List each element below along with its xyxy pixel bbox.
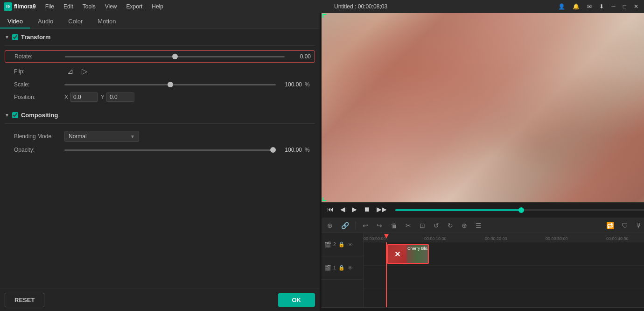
minimize-button[interactable]: ─ (609, 2, 617, 11)
scale-value[interactable]: 100.00 (279, 81, 302, 88)
position-y-input[interactable] (106, 92, 134, 102)
video-clip[interactable]: ✕ Cherry Blo... (387, 244, 429, 264)
flip-button[interactable]: ↻ (446, 221, 455, 230)
mic-button[interactable]: 🎙 (634, 221, 644, 230)
timeline-link-button[interactable]: 🔗 (339, 221, 351, 230)
ruler-mark-4: 00:00:40:00 (606, 236, 629, 241)
effects-button[interactable]: ⊕ (460, 221, 469, 230)
flip-horizontal-button[interactable]: ⊿ (64, 66, 76, 77)
scale-content: 100.00 % (64, 81, 311, 88)
play-button[interactable]: ▶ (350, 205, 359, 214)
transform-arrow[interactable]: ▼ (5, 35, 9, 40)
cut-button[interactable]: ✂ (404, 221, 413, 230)
settings-button[interactable]: ☰ (474, 221, 483, 230)
timeline-toolbar: ⊕ 🔗 ↩ ↪ 🗑 ✂ ⊡ ↺ ↻ ⊕ ☰ 🔁 🛡 🎙 ⊞ ⊟ (322, 218, 644, 233)
download-icon[interactable]: ⬇ (597, 2, 606, 11)
blending-mode-value: Normal (69, 133, 87, 140)
position-x-group: X (64, 92, 98, 102)
rotate-slider[interactable] (65, 56, 285, 57)
menu-file[interactable]: File (43, 2, 56, 11)
playhead[interactable] (386, 242, 387, 307)
opacity-unit: % (305, 147, 311, 153)
clip-label: Cherry Blo... (407, 246, 429, 251)
toolbar-separator-1 (356, 221, 356, 230)
transform-checkbox[interactable] (12, 34, 18, 40)
tab-motion[interactable]: Motion (90, 15, 123, 28)
ok-button[interactable]: OK (278, 293, 315, 307)
position-content: X Y (64, 92, 311, 102)
loop-button[interactable]: 🔁 (604, 221, 616, 230)
track-1-header: 🎬 1 🔒 👁 (322, 256, 363, 280)
transform-section: ▼ Transform Rotate: 0.00 Flip: (5, 34, 315, 104)
position-x-input[interactable] (70, 92, 98, 102)
crop-button[interactable]: ⊡ (418, 221, 427, 230)
frame-forward-button[interactable]: ▶▶ (375, 205, 389, 214)
timeline-tracks-header: 🎬 2 🔒 👁 🎬 1 🔒 👁 (322, 233, 364, 307)
close-button[interactable]: ✕ (632, 2, 640, 11)
track-2-visibility-button[interactable]: 👁 (347, 241, 353, 248)
blending-mode-row: Blending Mode: Normal ▼ (5, 128, 315, 144)
x-label: X (64, 94, 68, 100)
rotate-label: Rotate: (14, 53, 61, 60)
compositing-divider (5, 123, 315, 124)
scale-slider[interactable] (64, 84, 276, 85)
opacity-label: Opacity: (14, 147, 61, 153)
logo-icon: f9 (4, 2, 12, 11)
track-1-visibility-button[interactable]: 👁 (347, 265, 353, 271)
track-1-label: 1 (333, 265, 336, 270)
bell-icon[interactable]: 🔔 (571, 2, 581, 11)
playback-controls: ⏮ ◀ ▶ ⏹ ▶▶ 00:00:02:21 ⤢ 📷 🔊 (325, 205, 644, 216)
reset-button[interactable]: RESET (5, 293, 44, 307)
window-title: Untitled : 00:00:08;03 (334, 3, 387, 10)
flip-content: ⊿ ▷ (64, 66, 311, 77)
app-logo: f9 filmora9 (4, 2, 36, 11)
undo-button[interactable]: ↩ (361, 221, 370, 230)
ruler-mark-2: 00:00:20:00 (485, 236, 507, 241)
dropdown-arrow-icon: ▼ (130, 134, 135, 139)
preview-area (322, 13, 644, 202)
delete-button[interactable]: 🗑 (389, 221, 399, 230)
blending-mode-content: Normal ▼ (64, 131, 311, 142)
clip-delete-button[interactable]: ✕ (388, 245, 406, 263)
compositing-arrow[interactable]: ▼ (5, 113, 9, 118)
opacity-slider[interactable] (64, 149, 276, 151)
blending-mode-dropdown[interactable]: Normal ▼ (64, 131, 139, 142)
redo-button[interactable]: ↪ (375, 221, 384, 230)
rotate-value[interactable]: 0.00 (287, 53, 311, 60)
maximize-button[interactable]: □ (621, 2, 628, 11)
corner-marker-bl (322, 198, 326, 201)
button-row: RESET OK (0, 289, 320, 311)
tab-video[interactable]: Video (0, 15, 30, 28)
scale-unit: % (305, 81, 311, 88)
menu-help[interactable]: Help (150, 2, 165, 11)
rotate-button[interactable]: ↺ (432, 221, 441, 230)
app-name: filmora9 (14, 3, 36, 10)
y-label: Y (101, 94, 105, 100)
menu-edit[interactable]: Edit (62, 2, 75, 11)
right-panel: ⏮ ◀ ▶ ⏹ ▶▶ 00:00:02:21 ⤢ 📷 🔊 (322, 13, 644, 311)
skip-back-button[interactable]: ⏮ (325, 205, 336, 214)
timeline-tracks: ✕ Cherry Blo... (364, 242, 644, 307)
track-2-lock-button[interactable]: 🔒 (338, 241, 345, 248)
menu-tools[interactable]: Tools (81, 2, 98, 11)
shield-button[interactable]: 🛡 (620, 221, 630, 230)
progress-thumb[interactable] (518, 207, 524, 213)
compositing-label: Compositing (21, 112, 58, 119)
menu-export[interactable]: Export (125, 2, 145, 11)
frame-back-button[interactable]: ◀ (338, 205, 347, 214)
mail-icon[interactable]: ✉ (585, 2, 594, 11)
timeline-scrollbar[interactable] (322, 307, 644, 311)
tab-audio[interactable]: Audio (30, 15, 61, 28)
stop-button[interactable]: ⏹ (362, 205, 372, 214)
rotate-content: 0.00 (65, 53, 311, 60)
progress-track[interactable] (395, 209, 644, 211)
track-1-lock-button[interactable]: 🔒 (338, 264, 345, 271)
user-icon[interactable]: 👤 (556, 2, 567, 11)
progress-fill (395, 209, 521, 211)
tab-color[interactable]: Color (61, 15, 90, 28)
compositing-checkbox[interactable] (12, 112, 18, 118)
flip-vertical-button[interactable]: ▷ (79, 66, 90, 77)
opacity-value[interactable]: 100.00 (279, 147, 302, 153)
timeline-add-button[interactable]: ⊕ (325, 221, 335, 230)
menu-view[interactable]: View (103, 2, 119, 11)
